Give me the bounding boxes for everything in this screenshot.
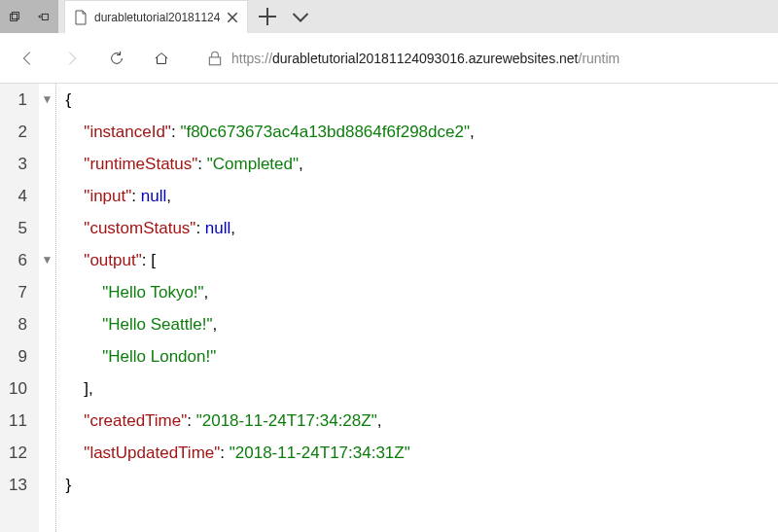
svg-rect-3 bbox=[209, 56, 220, 64]
lock-icon bbox=[206, 50, 224, 67]
line-number-gutter: 1 2 3 4 5 6 7 8 9 10 11 12 13 bbox=[0, 84, 39, 532]
refresh-button[interactable] bbox=[103, 45, 130, 72]
line-number: 6 bbox=[8, 244, 27, 276]
file-icon bbox=[73, 10, 88, 25]
code-line: } bbox=[56, 469, 475, 501]
line-number: 1 bbox=[8, 84, 27, 116]
line-number: 10 bbox=[8, 372, 27, 405]
code-line: "Hello Tokyo!", bbox=[56, 276, 475, 308]
back-button[interactable] bbox=[14, 45, 41, 72]
svg-rect-0 bbox=[11, 14, 18, 20]
line-number: 4 bbox=[8, 180, 27, 212]
window-tabs-icon[interactable] bbox=[0, 0, 29, 33]
forward-button[interactable] bbox=[58, 45, 86, 72]
url-scheme: https:// bbox=[231, 51, 272, 66]
code-line: "Hello London!" bbox=[56, 340, 475, 372]
line-number: 13 bbox=[8, 469, 27, 501]
line-number: 3 bbox=[8, 148, 27, 180]
set-aside-icon[interactable] bbox=[29, 0, 58, 33]
url-text: https://durabletutorial20181124093016.az… bbox=[231, 51, 619, 66]
close-tab-icon[interactable] bbox=[226, 11, 239, 24]
code-body[interactable]: { "instanceId": "f80c673673ac4a13bd8864f… bbox=[56, 84, 475, 532]
line-number: 2 bbox=[8, 116, 27, 148]
code-line: "Hello Seattle!", bbox=[56, 308, 475, 340]
tab-active[interactable]: durabletutorial20181124 bbox=[64, 0, 248, 33]
fold-toggle[interactable]: ▼ bbox=[39, 84, 55, 116]
titlebar: durabletutorial20181124 bbox=[0, 0, 778, 33]
svg-rect-1 bbox=[12, 13, 18, 19]
code-line: ], bbox=[56, 372, 475, 405]
code-line: "output": [ bbox=[56, 244, 475, 276]
line-number: 7 bbox=[8, 276, 27, 308]
code-line: { bbox=[56, 84, 475, 116]
tab-actions bbox=[248, 0, 320, 33]
line-number: 11 bbox=[8, 405, 27, 437]
line-number: 12 bbox=[8, 437, 27, 469]
line-number: 8 bbox=[8, 308, 27, 340]
navbar: https://durabletutorial20181124093016.az… bbox=[0, 33, 778, 84]
url-path: /runtim bbox=[579, 51, 620, 66]
tab-overflow-button[interactable] bbox=[289, 5, 312, 28]
code-line: "createdTime": "2018-11-24T17:34:28Z", bbox=[56, 405, 475, 437]
line-number: 9 bbox=[8, 340, 27, 372]
code-line: "customStatus": null, bbox=[56, 212, 475, 244]
fold-toggle[interactable]: ▼ bbox=[39, 244, 55, 276]
code-line: "input": null, bbox=[56, 180, 475, 212]
new-tab-button[interactable] bbox=[256, 5, 279, 28]
tab-title: durabletutorial20181124 bbox=[94, 11, 220, 24]
json-viewer: 1 2 3 4 5 6 7 8 9 10 11 12 13 ▼ ▼ { "ins… bbox=[0, 84, 778, 532]
home-button[interactable] bbox=[148, 45, 175, 72]
code-line: "lastUpdatedTime": "2018-11-24T17:34:31Z… bbox=[56, 437, 475, 469]
fold-gutter: ▼ ▼ bbox=[39, 84, 56, 532]
svg-rect-2 bbox=[42, 14, 48, 19]
address-bar[interactable]: https://durabletutorial20181124093016.az… bbox=[206, 43, 764, 74]
code-line: "instanceId": "f80c673673ac4a13bd8864f6f… bbox=[56, 116, 475, 148]
url-host: durabletutorial20181124093016.azurewebsi… bbox=[272, 51, 578, 66]
code-line: "runtimeStatus": "Completed", bbox=[56, 148, 475, 180]
line-number: 5 bbox=[8, 212, 27, 244]
